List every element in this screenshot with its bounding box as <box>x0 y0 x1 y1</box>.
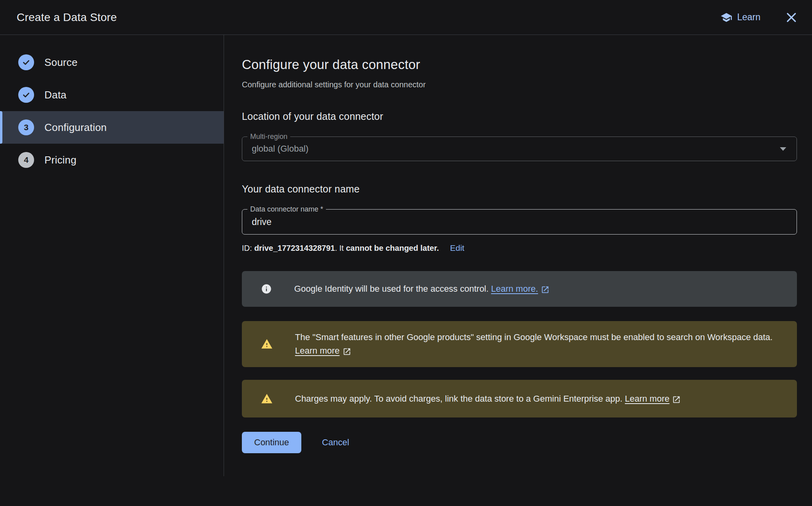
charges-learn-more-link[interactable]: Learn more <box>625 392 681 406</box>
page-subtitle: Configure additional settings for your d… <box>242 80 797 89</box>
learn-button[interactable]: Learn <box>720 12 760 23</box>
step-data[interactable]: Data <box>0 79 224 111</box>
info-banner: Google Identity will be used for the acc… <box>242 271 797 307</box>
graduation-cap-icon <box>720 12 732 23</box>
step-source[interactable]: Source <box>0 46 224 79</box>
dialog-title: Create a Data Store <box>17 11 117 24</box>
step-configuration-label: Configuration <box>44 121 107 134</box>
dialog-actions: Continue Cancel <box>242 432 797 453</box>
step-source-label: Source <box>44 56 78 69</box>
connector-id-helper: ID: drive_1772314328791. It cannot be ch… <box>242 243 797 253</box>
warning-icon <box>261 338 273 350</box>
connector-name-label: Data connector name * <box>247 205 326 214</box>
close-icon <box>784 10 799 25</box>
step-data-check-circle <box>18 87 34 103</box>
step-pricing[interactable]: 4 Pricing <box>0 144 224 176</box>
location-section-title: Location of your data connector <box>242 111 797 122</box>
info-icon <box>261 283 272 294</box>
connector-name-input[interactable] <box>252 217 787 227</box>
name-section-title: Your data connector name <box>242 183 797 195</box>
info-banner-text: Google Identity will be used for the acc… <box>294 282 550 296</box>
edit-id-link[interactable]: Edit <box>450 243 464 253</box>
id-text: ID: drive_1772314328791. It cannot be ch… <box>242 244 439 253</box>
external-link-icon <box>672 394 681 403</box>
multi-region-value: global (Global) <box>252 144 308 154</box>
multi-region-label: Multi-region <box>247 133 290 141</box>
external-link-icon <box>343 346 351 355</box>
step-number: 4 <box>24 155 29 165</box>
step-source-check-circle <box>18 54 34 70</box>
workspace-warning-banner: The "Smart features in other Google prod… <box>242 321 797 367</box>
workspace-warning-text: The "Smart features in other Google prod… <box>295 331 781 358</box>
charges-warning-text: Charges may apply. To avoid charges, lin… <box>295 392 681 406</box>
step-configuration-number-circle: 3 <box>18 119 34 135</box>
dialog-body: Source Data 3 Configuration 4 Pricing <box>0 35 812 506</box>
continue-button[interactable]: Continue <box>242 432 301 453</box>
learn-button-label: Learn <box>737 12 760 23</box>
check-icon <box>21 90 31 100</box>
step-configuration[interactable]: 3 Configuration <box>0 111 224 144</box>
connector-name-field: Data connector name * <box>242 209 797 235</box>
workspace-learn-more-link[interactable]: Learn more <box>295 344 351 358</box>
cancel-button[interactable]: Cancel <box>322 437 349 448</box>
info-learn-more-link[interactable]: Learn more. <box>491 282 550 296</box>
charges-warning-banner: Charges may apply. To avoid charges, lin… <box>242 380 797 417</box>
dropdown-arrow-icon <box>780 147 786 151</box>
step-pricing-label: Pricing <box>44 154 77 166</box>
stepper-sidebar: Source Data 3 Configuration 4 Pricing <box>0 35 224 476</box>
main-content: Configure your data connector Configure … <box>224 35 812 453</box>
warning-icon <box>261 393 273 405</box>
external-link-icon <box>541 285 550 293</box>
close-button[interactable] <box>783 9 800 26</box>
dialog-header: Create a Data Store Learn <box>0 0 812 35</box>
check-icon <box>21 58 31 67</box>
step-pricing-number-circle: 4 <box>18 152 34 168</box>
step-number: 3 <box>24 123 29 132</box>
multi-region-select[interactable]: Multi-region global (Global) <box>242 137 797 161</box>
step-data-label: Data <box>44 89 67 101</box>
page-title: Configure your data connector <box>242 57 797 72</box>
